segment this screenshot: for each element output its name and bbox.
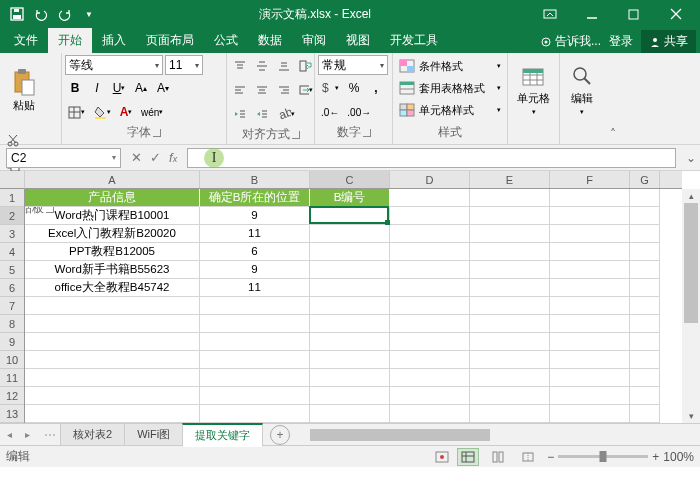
cells-area[interactable]: 产品信息确定B所在的位置B编号Word热门课程B100019Excel入门教程新… (25, 189, 682, 423)
increase-font-button[interactable]: A▴ (131, 77, 151, 99)
cell-B8[interactable] (200, 315, 310, 333)
expand-formula-bar-button[interactable]: ⌄ (682, 145, 700, 171)
column-header-A[interactable]: A (25, 171, 200, 188)
cell-C6[interactable] (310, 279, 390, 297)
cell-B11[interactable] (200, 369, 310, 387)
cell-E1[interactable] (470, 189, 550, 207)
conditional-format-button[interactable]: 条件格式▾ (396, 55, 504, 77)
cell-D10[interactable] (390, 351, 470, 369)
percent-button[interactable]: % (344, 77, 364, 99)
row-header-13[interactable]: 13 (0, 405, 24, 423)
bold-button[interactable]: B (65, 77, 85, 99)
cell-A12[interactable] (25, 387, 200, 405)
cell-G4[interactable] (630, 243, 660, 261)
cell-B13[interactable] (200, 405, 310, 423)
cell-D7[interactable] (390, 297, 470, 315)
scroll-down-button[interactable]: ▾ (682, 409, 700, 423)
cell-D11[interactable] (390, 369, 470, 387)
table-format-button[interactable]: 套用表格格式▾ (396, 77, 504, 99)
row-header-9[interactable]: 9 (0, 333, 24, 351)
cell-E8[interactable] (470, 315, 550, 333)
tab-developer[interactable]: 开发工具 (380, 28, 448, 53)
orientation-button[interactable]: ab▾ (274, 103, 298, 125)
increase-decimal-button[interactable]: .0← (318, 101, 342, 123)
cell-B6[interactable]: 11 (200, 279, 310, 297)
close-button[interactable] (656, 1, 696, 27)
sheet-tab-2[interactable]: WiFi图 (124, 423, 183, 446)
cell-E13[interactable] (470, 405, 550, 423)
align-center-button[interactable] (252, 79, 272, 101)
wrap-text-button[interactable] (296, 55, 316, 77)
column-header-C[interactable]: C (310, 171, 390, 188)
tab-formulas[interactable]: 公式 (204, 28, 248, 53)
cell-B9[interactable] (200, 333, 310, 351)
share-button[interactable]: 共享 (641, 30, 696, 53)
qat-dropdown[interactable]: ▼ (78, 3, 100, 25)
cell-E9[interactable] (470, 333, 550, 351)
accounting-button[interactable]: $▾ (318, 77, 342, 99)
insert-function-button[interactable]: fx (169, 150, 177, 165)
cell-G5[interactable] (630, 261, 660, 279)
cell-F7[interactable] (550, 297, 630, 315)
font-size-combo[interactable]: 11▾ (165, 55, 203, 75)
cell-G13[interactable] (630, 405, 660, 423)
cell-F5[interactable] (550, 261, 630, 279)
cell-G10[interactable] (630, 351, 660, 369)
cell-F9[interactable] (550, 333, 630, 351)
cell-B2[interactable]: 9 (200, 207, 310, 225)
row-header-6[interactable]: 6 (0, 279, 24, 297)
cell-B12[interactable] (200, 387, 310, 405)
page-layout-view-button[interactable] (487, 448, 509, 466)
row-header-1[interactable]: 1 (0, 189, 24, 207)
cell-F4[interactable] (550, 243, 630, 261)
maximize-button[interactable] (614, 1, 654, 27)
cell-G2[interactable] (630, 207, 660, 225)
cell-E7[interactable] (470, 297, 550, 315)
cells-button[interactable]: 单元格 ▾ (511, 55, 557, 125)
cell-B7[interactable] (200, 297, 310, 315)
cell-E11[interactable] (470, 369, 550, 387)
font-color-button[interactable]: A▾ (116, 101, 136, 123)
align-middle-button[interactable] (252, 55, 272, 77)
font-dialog-launcher[interactable] (153, 129, 161, 137)
cell-F10[interactable] (550, 351, 630, 369)
cell-A11[interactable] (25, 369, 200, 387)
italic-button[interactable]: I (87, 77, 107, 99)
normal-view-button[interactable] (457, 448, 479, 466)
row-header-4[interactable]: 4 (0, 243, 24, 261)
cell-A3[interactable]: Excel入门教程新B20020 (25, 225, 200, 243)
row-header-7[interactable]: 7 (0, 297, 24, 315)
row-header-2[interactable]: 2 (0, 207, 24, 225)
cell-C11[interactable] (310, 369, 390, 387)
hscroll-thumb[interactable] (310, 429, 490, 441)
cell-C3[interactable] (310, 225, 390, 243)
cell-C12[interactable] (310, 387, 390, 405)
horizontal-scrollbar[interactable] (296, 428, 700, 442)
new-sheet-button[interactable]: + (270, 425, 290, 445)
align-left-button[interactable] (230, 79, 250, 101)
decrease-indent-button[interactable] (230, 103, 250, 125)
zoom-slider[interactable] (558, 455, 648, 458)
number-dialog-launcher[interactable] (363, 129, 371, 137)
tab-file[interactable]: 文件 (4, 28, 48, 53)
cell-C10[interactable] (310, 351, 390, 369)
sheet-tab-1[interactable]: 核对表2 (60, 423, 125, 446)
vertical-scrollbar[interactable]: ▴ ▾ (682, 189, 700, 423)
cell-D5[interactable] (390, 261, 470, 279)
cell-F13[interactable] (550, 405, 630, 423)
tell-me[interactable]: 告诉我... (540, 33, 601, 50)
cell-G1[interactable] (630, 189, 660, 207)
cell-D8[interactable] (390, 315, 470, 333)
row-header-8[interactable]: 8 (0, 315, 24, 333)
save-button[interactable] (6, 3, 28, 25)
page-break-view-button[interactable] (517, 448, 539, 466)
cell-E5[interactable] (470, 261, 550, 279)
cell-B3[interactable]: 11 (200, 225, 310, 243)
column-header-E[interactable]: E (470, 171, 550, 188)
cell-C9[interactable] (310, 333, 390, 351)
cell-G7[interactable] (630, 297, 660, 315)
align-top-button[interactable] (230, 55, 250, 77)
cell-C7[interactable] (310, 297, 390, 315)
editing-button[interactable]: 编辑 ▾ (562, 55, 602, 125)
cell-E6[interactable] (470, 279, 550, 297)
